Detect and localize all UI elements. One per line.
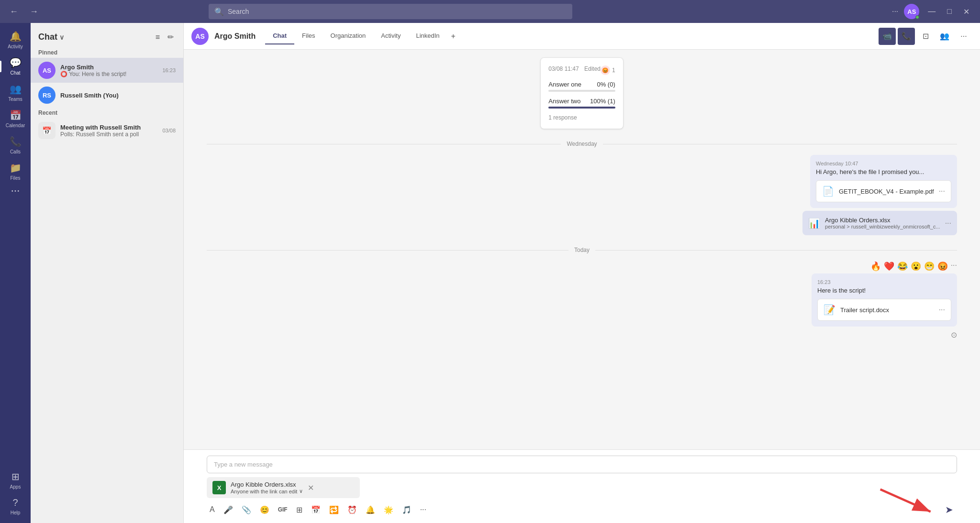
user-avatar[interactable]: AS: [904, 4, 919, 19]
poll-edited: Edited: [584, 65, 601, 72]
recent-label: Recent: [31, 108, 183, 118]
argo-smith-preview: ⭕ You: Here is the script!: [60, 71, 157, 77]
poll-option-two: Answer two 100% (1): [548, 98, 615, 109]
permission-chevron[interactable]: ∨: [299, 488, 303, 494]
chat-title-chevron[interactable]: ∨: [59, 33, 64, 41]
stream-button[interactable]: 🎵: [399, 503, 414, 516]
chat-item-argo-smith[interactable]: AS Argo Smith ⭕ You: Here is the script!…: [31, 58, 183, 83]
poll-responses: 1 response: [548, 114, 615, 121]
outgoing-message-1: Wednesday 10:47 Hi Argo, here's the file…: [207, 155, 957, 235]
toolbar-row: A 🎤 📎 😊 GIF ⊞ 📅 🔁 ⏰ 🔔 🌟 🎵 ··· ➤: [207, 502, 957, 517]
calls-icon: 📞: [10, 136, 22, 147]
docx-more-icon[interactable]: ···: [939, 305, 945, 314]
calendar-icon: 📅: [10, 109, 22, 121]
tab-files[interactable]: Files: [294, 28, 323, 44]
chat-sidebar-actions: ≡ ✏: [154, 31, 176, 44]
attached-file-xlsx-icon: X: [212, 481, 226, 494]
scroll-to-bottom[interactable]: ⊙: [207, 330, 957, 339]
mark-urgent-button[interactable]: 🔔: [363, 503, 378, 516]
sidebar-item-help[interactable]: ? Help: [0, 493, 31, 519]
emoji-button[interactable]: 😊: [257, 503, 272, 516]
audio-call-button[interactable]: 📞: [898, 28, 915, 45]
gif-button[interactable]: GIF: [275, 504, 290, 515]
title-bar-right: ··· AS — □ ✕: [890, 4, 974, 19]
message-meta-1: Wednesday 10:47: [816, 161, 951, 166]
reaction-smile[interactable]: 😁: [924, 261, 935, 272]
chat-item-meeting-russell[interactable]: 📅 Meeting with Russell Smith Polls: Russ…: [31, 118, 183, 143]
screen-share-button[interactable]: ⊡: [917, 28, 934, 45]
new-chat-button[interactable]: ✏: [166, 31, 176, 44]
sidebar-item-activity[interactable]: 🔔 Activity: [0, 27, 31, 53]
pdf-file-name: GETIT_EBOOK_V4 - Example.pdf: [839, 188, 934, 195]
reaction-heart[interactable]: ❤️: [884, 261, 894, 272]
poll-answer-two-percent: 100% (1): [590, 98, 615, 105]
meet-now-button[interactable]: 📅: [308, 503, 323, 516]
more-icon[interactable]: ···: [890, 5, 900, 18]
praise-button[interactable]: 🌟: [381, 503, 396, 516]
argo-smith-info: Argo Smith ⭕ You: Here is the script!: [60, 64, 157, 77]
russell-smith-info: Russell Smith (You): [60, 92, 176, 99]
reaction-more[interactable]: ···: [951, 261, 957, 272]
loop-button[interactable]: 🔁: [326, 503, 342, 516]
schedule-send-button[interactable]: ⏰: [345, 503, 360, 516]
messages-area[interactable]: 03/08 11:47 Edited 😡 1 Answer one 0% (0): [184, 50, 980, 449]
sidebar-item-chat[interactable]: 💬 Chat: [0, 53, 31, 79]
poll-bar-two-bg: [548, 107, 615, 109]
reaction-fire[interactable]: 🔥: [870, 261, 881, 272]
tab-organization[interactable]: Organization: [323, 28, 374, 44]
back-button[interactable]: ←: [6, 5, 22, 19]
message-input-box[interactable]: Type a new message: [207, 456, 957, 473]
more-options-button[interactable]: ···: [955, 28, 972, 45]
send-button[interactable]: ➤: [941, 502, 957, 517]
people-button[interactable]: 👥: [936, 28, 953, 45]
meeting-avatar: 📅: [38, 122, 56, 139]
sidebar-item-teams[interactable]: 👥 Teams: [0, 79, 31, 106]
pdf-icon: 📄: [822, 185, 834, 197]
online-indicator: [915, 15, 919, 19]
sidebar-item-more[interactable]: • • •: [0, 185, 31, 197]
maximize-button[interactable]: □: [942, 5, 957, 18]
docx-icon: 📝: [824, 304, 835, 316]
poll-reaction: 😡 1: [601, 65, 615, 75]
sidebar-item-calls[interactable]: 📞 Calls: [0, 132, 31, 158]
search-bar[interactable]: 🔍: [209, 4, 572, 19]
tab-linkedin[interactable]: LinkedIn: [408, 28, 447, 44]
sidebar-item-files[interactable]: 📁 Files: [0, 158, 31, 185]
reaction-wow[interactable]: 😮: [911, 261, 921, 272]
sidebar-item-apps[interactable]: ⊞ Apps: [0, 467, 31, 493]
attach-file-button[interactable]: 📎: [239, 503, 254, 516]
sticker-button[interactable]: ⊞: [293, 503, 305, 516]
poll-bar-one-bg: [548, 90, 615, 92]
message-input-area: Type a new message X Argo Kibble Orders.…: [184, 449, 980, 523]
tab-activity[interactable]: Activity: [373, 28, 408, 44]
forward-button[interactable]: →: [26, 5, 42, 19]
window-buttons: — □ ✕: [923, 5, 974, 18]
close-button[interactable]: ✕: [958, 5, 974, 18]
filter-chats-button[interactable]: ≡: [154, 31, 162, 44]
xlsx-more-icon[interactable]: ···: [945, 219, 951, 228]
video-call-button[interactable]: 📹: [879, 28, 896, 45]
audio-message-button[interactable]: 🎤: [221, 503, 236, 516]
file-attachment-pdf[interactable]: 📄 GETIT_EBOOK_V4 - Example.pdf ···: [816, 180, 951, 202]
tab-chat[interactable]: Chat: [265, 28, 294, 44]
file-attachment-docx[interactable]: 📝 Trailer script.docx ···: [817, 299, 951, 321]
files-icon: 📁: [10, 162, 22, 174]
reaction-angry[interactable]: 😡: [937, 261, 948, 272]
pdf-more-icon[interactable]: ···: [939, 187, 945, 196]
format-text-button[interactable]: A: [207, 503, 218, 516]
attached-file-details: Argo Kibble Orders.xlsx Anyone with the …: [231, 481, 303, 494]
standalone-file-xlsx[interactable]: 📊 Argo Kibble Orders.xlsx personal > rus…: [802, 211, 957, 235]
poll-option-one: Answer one 0% (0): [548, 81, 615, 92]
add-tab-button[interactable]: +: [447, 28, 459, 44]
poll-timestamp: 03/08 11:47: [548, 65, 579, 72]
minimize-button[interactable]: —: [923, 5, 940, 18]
search-input[interactable]: [228, 8, 567, 15]
sidebar-item-calendar[interactable]: 📅 Calendar: [0, 106, 31, 132]
reaction-laugh[interactable]: 😂: [897, 261, 908, 272]
chat-item-russell-smith[interactable]: RS Russell Smith (You): [31, 83, 183, 108]
more-toolbar-button[interactable]: ···: [417, 503, 429, 516]
remove-attachment-button[interactable]: ✕: [308, 483, 314, 492]
teams-icon: 👥: [10, 83, 22, 95]
poll-reaction-count: 1: [612, 67, 615, 74]
meeting-time: 03/08: [162, 128, 176, 133]
